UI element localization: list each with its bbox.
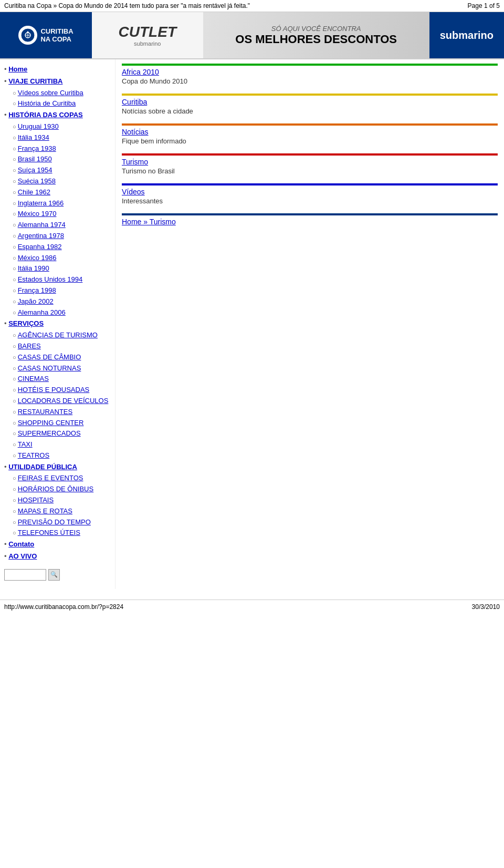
nav-link-agencias[interactable]: AGÊNCIAS DE TURISMO [18,331,98,339]
nav-link-espanha-82[interactable]: Espanha 1982 [18,243,62,251]
nav-bullet [4,540,8,548]
nav-link-italia-90[interactable]: Itália 1990 [18,264,49,272]
nav-bullet [13,386,18,394]
footer-url: http://www.curitibanacopa.com.br/?p=2824 [4,603,123,611]
nav-bullet [13,264,18,272]
banner-ad: SÓ AQUI VOCÊ ENCONTRA OS MELHORES DESCON… [203,12,429,58]
nav-item-onibus: HORÁRIOS DE ÔNIBUS [0,484,115,495]
nav-item-mexico-70: México 1970 [0,209,115,220]
search-input[interactable] [4,569,46,581]
nav-item-franca-38: França 1938 [0,143,115,154]
nav-link-historia-copas[interactable]: HISTÓRIA DAS COPAS [8,111,83,119]
ad-text1: SÓ AQUI VOCÊ ENCONTRA [271,25,361,33]
nav-bullet [13,99,18,107]
nav-link-suica-54[interactable]: Suíça 1954 [18,166,52,174]
nav-bullet [13,496,18,504]
nav-link-servicos[interactable]: SERVIÇOS [8,319,44,327]
section-bar-curitiba [122,94,498,96]
nav-link-argentina-78[interactable]: Argentina 1978 [18,232,64,240]
nav-link-shopping[interactable]: SHOPPING CENTER [18,419,84,427]
nav-link-italia-34[interactable]: Itália 1934 [18,133,49,141]
section-link-turismo[interactable]: Turismo [122,158,148,166]
nav-item-cinemas: CINEMAS [0,374,115,385]
section-curitiba: Curitiba Notícias sobre a cidade [122,94,498,115]
nav-link-alemanha-06[interactable]: Alemanha 2006 [18,308,66,316]
nav-item-italia-90: Itália 1990 [0,263,115,274]
nav-bullet [13,155,18,163]
nav-link-historia-curitiba[interactable]: História de Curitiba [18,99,76,107]
nav-link-ao-vivo[interactable]: AO VIVO [8,552,37,560]
section-link-videos[interactable]: Vídeos [122,188,145,196]
section-title-breadcrumb: Home » Turismo [122,218,498,226]
nav-link-viaje[interactable]: VIAJE CURITIBA [8,77,62,85]
nav-item-restaurantes: RESTAURANTES [0,407,115,418]
section-link-noticias[interactable]: Notícias [122,128,149,136]
nav-item-chile-62: Chile 1962 [0,187,115,198]
nav-link-mapas[interactable]: MAPAS E ROTAS [18,507,72,515]
page-info: Page 1 of 5 [468,2,500,9]
section-link-africa[interactable]: Africa 2010 [122,68,159,76]
nav-link-inglaterra-66[interactable]: Inglaterra 1966 [18,199,64,207]
search-button[interactable]: 🔍 [48,569,60,581]
nav-bullet [13,474,18,482]
nav-link-mexico-86[interactable]: México 1986 [18,254,57,262]
nav-link-hoteis[interactable]: HOTÉIS E POUSADAS [18,386,90,394]
section-link-curitiba[interactable]: Curitiba [122,98,147,106]
nav-item-utilidade: UTILIDADE PÚBLICA [0,461,115,473]
section-bar-turismo [122,153,498,156]
nav-link-taxi[interactable]: TAXI [18,440,33,448]
nav-item-videos-curitiba: Vídeos sobre Curitiba [0,88,115,99]
nav-link-bares[interactable]: BARES [18,342,41,350]
nav-bullet [13,297,18,305]
nav-link-locadoras[interactable]: LOCADORAS DE VEÍCULOS [18,397,109,405]
nav-link-restaurantes[interactable]: RESTAURANTES [18,408,73,416]
nav-link-franca-38[interactable]: França 1938 [18,144,56,152]
nav-item-cambio: CASAS DE CÂMBIO [0,352,115,363]
ad-text2: OS MELHORES DESCONTOS [235,33,397,46]
nav-link-chile-62[interactable]: Chile 1962 [18,188,50,196]
nav-item-franca-98: França 1998 [0,285,115,296]
nav-link-japao-02[interactable]: Japão 2002 [18,297,54,305]
nav-link-noturnas[interactable]: CASAS NOTURNAS [18,364,81,372]
nav-link-hospitais[interactable]: HOSPITAIS [18,496,54,504]
nav-link-videos-curitiba[interactable]: Vídeos sobre Curitiba [18,89,83,97]
nav-link-cinemas[interactable]: CINEMAS [18,375,49,383]
nav-link-onibus[interactable]: HORÁRIOS DE ÔNIBUS [18,485,93,493]
logo-text-line2: NA COPA [40,35,73,43]
nav-link-supermercados[interactable]: SUPERMERCADOS [18,429,81,437]
content-area: Africa 2010 Copa do Mundo 2010 Curitiba … [116,59,504,589]
nav-item-hoteis: HOTÉIS E POUSADAS [0,385,115,396]
nav-link-contato[interactable]: Contato [8,540,34,548]
nav-link-uruguai[interactable]: Uruguai 1930 [18,122,59,130]
nav-bullet [13,451,18,459]
nav-link-brasil-50[interactable]: Brasil 1950 [18,155,52,163]
section-title-noticias: Notícias [122,128,498,136]
nav-bullet [13,408,18,416]
nav-bullet [13,199,18,207]
nav-link-teatros[interactable]: TEATROS [18,451,49,459]
search-icon: 🔍 [50,571,58,578]
nav-link-suecia-58[interactable]: Suécia 1958 [18,177,56,185]
nav-link-franca-98[interactable]: França 1998 [18,286,56,294]
nav-link-cambio[interactable]: CASAS DE CÂMBIO [18,353,81,361]
nav-item-noturnas: CASAS NOTURNAS [0,363,115,374]
nav-link-home[interactable]: Home [8,65,27,73]
nav-link-alemanha-74[interactable]: Alemanha 1974 [18,221,66,229]
nav-link-telefones[interactable]: TELEFONES ÚTEIS [18,529,80,536]
section-turismo: Turismo Turismo no Brasil [122,153,498,175]
section-noticias: Notícias Fique bem informado [122,123,498,145]
nav-item-servicos: SERVIÇOS [0,318,115,330]
nav-link-mexico-70[interactable]: México 1970 [18,210,57,218]
nav-link-previsao[interactable]: PREVISÃO DO TEMPO [18,518,91,526]
nav-link-estados-94[interactable]: Estados Unidos 1994 [18,275,83,283]
nav-link-feiras[interactable]: FEIRAS E EVENTOS [18,474,83,482]
section-bar-breadcrumb [122,213,498,215]
section-link-breadcrumb[interactable]: Home » Turismo [122,218,176,226]
nav-link-utilidade[interactable]: UTILIDADE PÚBLICA [8,463,77,471]
nav-bullet [13,166,18,174]
section-title-videos: Vídeos [122,188,498,196]
nav-sidebar: Home VIAJE CURITIBA Vídeos sobre Curitib… [0,59,116,589]
nav-item-uruguai: Uruguai 1930 [0,121,115,132]
section-subtitle-turismo: Turismo no Brasil [122,167,498,175]
nav-bullet [13,210,18,218]
